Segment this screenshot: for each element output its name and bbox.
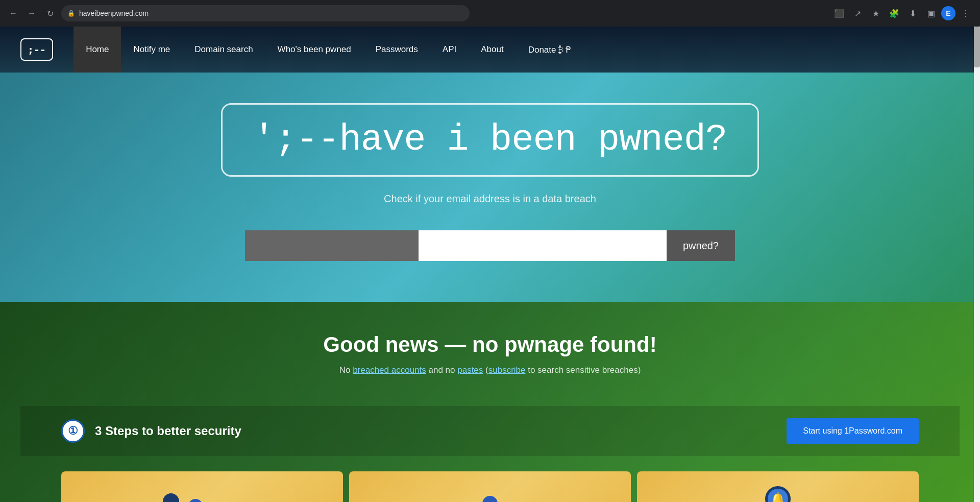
nav-logo[interactable]: ;-- — [20, 38, 53, 61]
search-input[interactable] — [245, 230, 667, 261]
alarm-icon: 🔔 — [765, 486, 791, 502]
nav-home[interactable]: Home — [74, 27, 121, 73]
subtitle-paren: ( — [483, 365, 488, 375]
scrollbar[interactable] — [974, 27, 980, 502]
nav-about[interactable]: About — [469, 27, 516, 73]
pwned-button[interactable]: pwned? — [667, 230, 735, 261]
onepassword-left: ① 3 Steps to better security — [61, 419, 241, 443]
profile-button[interactable]: E — [941, 6, 955, 20]
reload-button[interactable]: ↻ — [43, 6, 57, 20]
card-1: HIBP — [61, 471, 343, 502]
url-text: haveibeenpwned.com — [79, 9, 149, 17]
navbar: ;-- Home Notify me Domain search Who's b… — [0, 27, 980, 73]
figure-2 — [186, 499, 205, 502]
card-3-placeholder: 🔔 — [765, 471, 791, 502]
nav-notify[interactable]: Notify me — [121, 27, 182, 73]
subscribe-link[interactable]: subscribe — [488, 365, 526, 375]
browser-actions: ⬛ ↗ ★ 🧩 ⬇ ▣ E ⋮ — [831, 5, 974, 21]
lock-icon: 🔒 — [67, 10, 75, 17]
extensions-icon[interactable]: 🧩 — [886, 5, 902, 21]
hero-subtitle: Check if your email address is in a data… — [384, 193, 596, 205]
back-button[interactable]: ← — [6, 6, 20, 20]
hero-section: ';--have i been pwned? Check if your ema… — [0, 73, 980, 302]
onepassword-heading: 3 Steps to better security — [95, 424, 241, 438]
hero-title: ';--have i been pwned? — [253, 119, 727, 161]
onepassword-icon-symbol: ① — [68, 424, 78, 438]
cards-row: HIBP 🔔 — [20, 471, 960, 502]
address-bar[interactable]: 🔒 haveibeenpwned.com — [61, 5, 470, 21]
good-news-title: Good news — no pwnage found! — [20, 332, 960, 357]
card-1-inner: HIBP — [61, 471, 343, 502]
nav-links: Home Notify me Domain search Who's been … — [74, 27, 583, 73]
nav-donate[interactable]: Donate ₿ Ᵽ — [516, 27, 583, 73]
card-2 — [349, 471, 631, 502]
alarm-figure: 🔔 — [765, 471, 791, 502]
figure-3 — [480, 496, 500, 502]
card-1-placeholder: HIBP — [161, 471, 244, 502]
card-2-placeholder — [480, 471, 500, 502]
bookmark-icon[interactable]: ★ — [868, 5, 884, 21]
browser-chrome: ← → ↻ 🔒 haveibeenpwned.com ⬛ ↗ ★ 🧩 ⬇ ▣ E… — [0, 0, 980, 27]
hero-title-box: ';--have i been pwned? — [221, 103, 760, 177]
card-3-inner: 🔔 — [637, 471, 919, 502]
nav-passwords[interactable]: Passwords — [363, 27, 430, 73]
nav-domain-search[interactable]: Domain search — [182, 27, 265, 73]
forward-button[interactable]: → — [24, 6, 39, 20]
tab-search-icon[interactable]: ▣ — [923, 5, 939, 21]
download-icon[interactable]: ⬇ — [904, 5, 921, 21]
nav-whos-been-pwned[interactable]: Who's been pwned — [265, 27, 363, 73]
subtitle-no-text: No — [339, 365, 353, 375]
cast-icon[interactable]: ⬛ — [831, 5, 847, 21]
scrollbar-thumb[interactable] — [974, 27, 980, 67]
card-2-inner — [349, 471, 631, 502]
menu-icon[interactable]: ⋮ — [958, 5, 974, 21]
pastes-link[interactable]: pastes — [457, 365, 483, 375]
search-container: pwned? — [245, 230, 735, 261]
figure-1 — [161, 493, 181, 502]
good-news-subtitle: No breached accounts and no pastes (subs… — [20, 365, 960, 375]
breached-accounts-link[interactable]: breached accounts — [353, 365, 426, 375]
onepassword-section: ① 3 Steps to better security Start using… — [20, 406, 960, 456]
results-section: Good news — no pwnage found! No breached… — [0, 302, 980, 502]
onepassword-button[interactable]: Start using 1Password.com — [787, 418, 919, 444]
nav-api[interactable]: API — [430, 27, 469, 73]
card-3: 🔔 — [637, 471, 919, 502]
share-icon[interactable]: ↗ — [849, 5, 866, 21]
onepassword-icon: ① — [61, 419, 85, 443]
subtitle-mid: and no — [426, 365, 457, 375]
subtitle-end: to search sensitive breaches) — [525, 365, 641, 375]
